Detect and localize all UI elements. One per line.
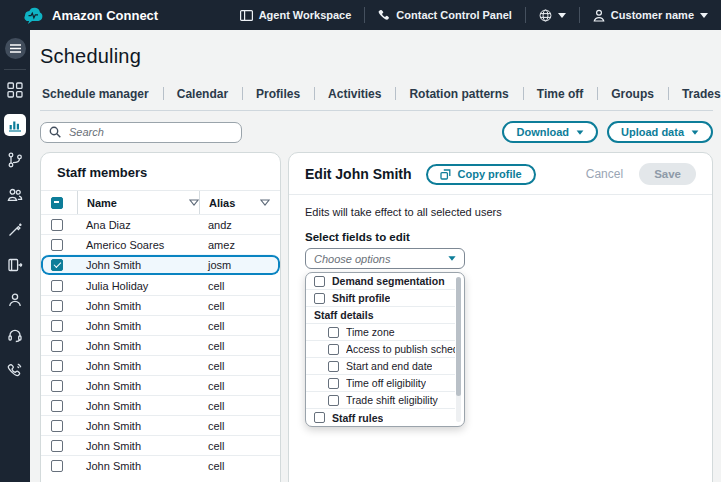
upload-data-button[interactable]: Upload data bbox=[607, 121, 713, 143]
option-checkbox[interactable] bbox=[328, 361, 339, 372]
sort-icon[interactable] bbox=[189, 199, 199, 206]
outbound-calls-icon[interactable] bbox=[4, 359, 26, 381]
table-row[interactable]: John Smith cell bbox=[41, 415, 280, 435]
table-row[interactable]: Americo Soares amez bbox=[41, 234, 280, 254]
flows-icon[interactable] bbox=[4, 149, 26, 171]
cell-alias: cell bbox=[199, 280, 270, 292]
option-checkbox[interactable] bbox=[328, 378, 339, 389]
row-checkbox[interactable] bbox=[51, 280, 63, 292]
menu-icon[interactable] bbox=[5, 38, 26, 59]
cell-name: John Smith bbox=[77, 340, 199, 352]
option-access-to-publish-schedule[interactable]: Access to publish schedule bbox=[306, 341, 455, 358]
row-checkbox[interactable] bbox=[51, 460, 63, 472]
option-checkbox[interactable] bbox=[314, 276, 325, 287]
cell-name: Ana Diaz bbox=[77, 219, 199, 231]
cell-name: John Smith bbox=[77, 380, 199, 392]
connect-cloud-icon bbox=[22, 7, 45, 24]
option-time-zone[interactable]: Time zone bbox=[306, 324, 455, 341]
row-checkbox[interactable] bbox=[51, 239, 63, 251]
row-checkbox[interactable] bbox=[51, 420, 63, 432]
cell-name: John Smith bbox=[77, 440, 199, 452]
annotate-icon[interactable] bbox=[4, 219, 26, 241]
scrollbar-thumb[interactable] bbox=[456, 277, 461, 396]
table-row[interactable]: John Smith cell bbox=[41, 335, 280, 355]
user-profile-icon[interactable] bbox=[4, 289, 26, 311]
search-input[interactable] bbox=[67, 125, 233, 139]
dashboard-icon[interactable] bbox=[4, 79, 26, 101]
row-checkbox[interactable] bbox=[51, 440, 63, 452]
tab-time-off[interactable]: Time off bbox=[523, 80, 597, 110]
chevron-down-icon bbox=[558, 13, 566, 18]
download-button[interactable]: Download bbox=[502, 121, 598, 143]
cell-name: John Smith bbox=[77, 420, 199, 432]
tab-calendar[interactable]: Calendar bbox=[163, 80, 242, 110]
fields-select[interactable]: Choose options bbox=[305, 248, 465, 269]
table-row[interactable]: John Smith cell bbox=[41, 355, 280, 375]
tab-groups[interactable]: Groups bbox=[597, 80, 668, 110]
main-content: Scheduling Schedule managerCalendarProfi… bbox=[30, 30, 721, 482]
save-button[interactable]: Save bbox=[639, 163, 696, 185]
option-time-off-eligibility[interactable]: Time off eligibility bbox=[306, 375, 455, 392]
option-checkbox[interactable] bbox=[314, 293, 325, 304]
row-checkbox[interactable] bbox=[51, 259, 63, 271]
table-row[interactable]: John Smith cell bbox=[41, 315, 280, 335]
option-checkbox[interactable] bbox=[328, 327, 339, 338]
select-all-checkbox[interactable] bbox=[51, 197, 63, 209]
contact-control-panel-label: Contact Control Panel bbox=[396, 9, 512, 21]
cell-alias: cell bbox=[199, 440, 270, 452]
agent-workspace-button[interactable]: Agent Workspace bbox=[227, 0, 365, 30]
option-trade-shift-eligibility[interactable]: Trade shift eligibility bbox=[306, 392, 455, 409]
tab-profiles[interactable]: Profiles bbox=[242, 80, 314, 110]
left-sidebar bbox=[0, 30, 30, 482]
option-staff-rules[interactable]: Staff rules bbox=[306, 409, 455, 426]
option-demand-segmentation[interactable]: Demand segmentation bbox=[306, 273, 455, 290]
copy-profile-button[interactable]: Copy profile bbox=[426, 164, 536, 185]
table-row[interactable]: John Smith cell bbox=[41, 295, 280, 315]
row-checkbox[interactable] bbox=[51, 219, 63, 231]
cell-alias: amez bbox=[199, 239, 270, 251]
brand[interactable]: Amazon Connect bbox=[22, 7, 158, 24]
row-checkbox[interactable] bbox=[51, 380, 63, 392]
option-start-and-end-date[interactable]: Start and end date bbox=[306, 358, 455, 375]
table-row[interactable]: John Smith cell bbox=[41, 395, 280, 415]
table-row[interactable]: Ana Diaz andz bbox=[41, 214, 280, 234]
table-row[interactable]: John Smith cell bbox=[41, 455, 280, 475]
option-checkbox[interactable] bbox=[328, 395, 339, 406]
option-staff-details: Staff details bbox=[306, 307, 455, 324]
tab-schedule-manager[interactable]: Schedule manager bbox=[40, 80, 163, 110]
column-header-alias: Alias bbox=[209, 197, 235, 209]
select-fields-label: Select fields to edit bbox=[305, 231, 696, 243]
edit-panel-title: Edit John Smith bbox=[305, 166, 412, 182]
search-box[interactable] bbox=[40, 122, 242, 143]
row-checkbox[interactable] bbox=[51, 400, 63, 412]
cancel-button[interactable]: Cancel bbox=[586, 167, 623, 181]
headset-icon[interactable] bbox=[4, 324, 26, 346]
contact-control-panel-button[interactable]: Contact Control Panel bbox=[365, 0, 525, 30]
sort-icon[interactable] bbox=[260, 199, 270, 206]
search-icon bbox=[49, 126, 61, 138]
table-row[interactable]: Julia Holiday cell bbox=[41, 275, 280, 295]
row-checkbox[interactable] bbox=[51, 320, 63, 332]
option-checkbox[interactable] bbox=[314, 412, 325, 423]
option-checkbox[interactable] bbox=[328, 344, 339, 355]
customer-menu[interactable]: Customer name bbox=[580, 0, 721, 30]
cell-name: Americo Soares bbox=[77, 239, 199, 251]
row-checkbox[interactable] bbox=[51, 300, 63, 312]
language-menu[interactable] bbox=[526, 0, 579, 30]
analytics-icon[interactable] bbox=[4, 114, 26, 136]
table-row[interactable]: John Smith cell bbox=[41, 435, 280, 455]
cell-name: John Smith bbox=[77, 360, 199, 372]
directory-icon[interactable] bbox=[4, 254, 26, 276]
option-shift-profile[interactable]: Shift profile bbox=[306, 290, 455, 307]
tab-trades[interactable]: Trades bbox=[668, 80, 721, 110]
tab-rotation-patterns[interactable]: Rotation patterns bbox=[395, 80, 522, 110]
row-checkbox[interactable] bbox=[51, 360, 63, 372]
table-row[interactable]: John Smith cell bbox=[41, 375, 280, 395]
teams-icon[interactable] bbox=[4, 184, 26, 206]
row-checkbox[interactable] bbox=[51, 340, 63, 352]
copy-icon bbox=[440, 169, 451, 180]
table-row[interactable]: John Smith josm bbox=[41, 254, 280, 275]
cell-alias: cell bbox=[199, 320, 270, 332]
sidebar-divider bbox=[4, 69, 26, 70]
tab-activities[interactable]: Activities bbox=[314, 80, 395, 110]
